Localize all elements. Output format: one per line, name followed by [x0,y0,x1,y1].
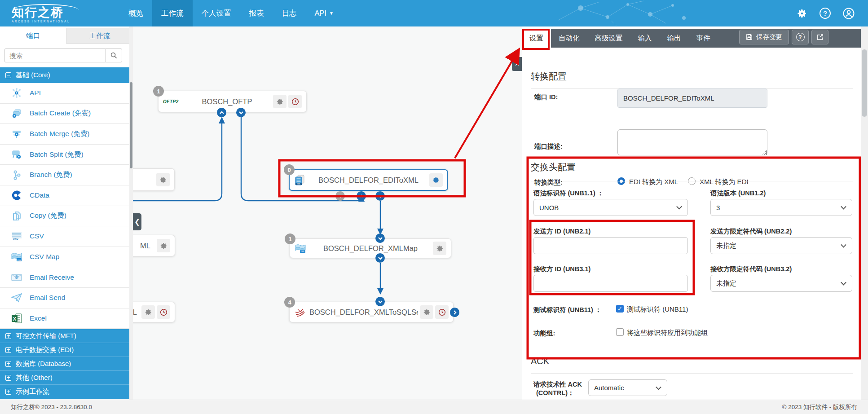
tab-output[interactable]: 输出 [660,29,689,48]
search-button[interactable] [106,48,122,62]
section-header-mft[interactable]: 可控文件传输 (MFT) [0,329,133,343]
node-settings-button[interactable] [157,239,170,252]
section-header-other[interactable]: 其他 (Other) [0,371,133,385]
sender-id-field[interactable] [533,237,688,254]
expand-plus-icon [5,361,11,367]
section-header-core[interactable]: 基础 (Core) [0,67,133,83]
workflow-canvas[interactable]: ML ML OFTP2 BOSCH_OFTP 1 [133,26,522,400]
ack-request-select[interactable]: Automatic [588,379,667,396]
port-item-api[interactable]: API [0,83,129,104]
node-settings-button[interactable] [141,305,155,319]
radio-edi-to-xml-label[interactable]: EDI 转换为 XML [629,178,678,186]
external-link-icon [817,34,824,40]
help-icon[interactable]: ? [820,8,831,19]
syntax-ver-select[interactable]: 3 [710,199,852,216]
panel-close-button[interactable]: ✕ [512,57,522,71]
node-settings-button[interactable] [433,242,446,255]
port-item-batch-merge[interactable]: Batch Merge (免费) [0,124,129,145]
tab-settings[interactable]: 设置 [522,29,551,48]
workflow-node-bosch-delfor-xmltosqlserver[interactable]: BOSCH_DELFOR_XMLToSQLServer [289,302,454,322]
tab-events[interactable]: 事件 [689,29,718,48]
node-schedule-button[interactable] [157,305,170,319]
sidebar-scrollbar-thumb[interactable] [130,82,132,168]
search-input[interactable] [4,48,106,62]
sender-qual-select[interactable]: 未指定 [710,237,852,254]
port-item-email-receive[interactable]: @ Email Receive [0,267,129,288]
nav-item-reports[interactable]: 报表 [240,0,273,26]
sidebar-tab-workflows[interactable]: 工作流 [66,28,133,44]
node-settings-button[interactable] [420,305,433,319]
connector-down[interactable] [236,108,246,117]
port-item-cdata[interactable]: CData [0,185,129,206]
workflow-node-partial-bottom[interactable]: ML [133,302,175,322]
nav-item-overview[interactable]: 概览 [119,0,152,26]
node-schedule-button[interactable] [288,95,302,108]
port-item-batch-create[interactable]: Batch Create (免费) [0,104,129,124]
cdata-logo-icon [11,189,22,201]
email-send-icon [11,292,22,304]
node-settings-button[interactable] [273,95,286,108]
open-external-button[interactable] [811,30,828,44]
sidebar-collapse-button[interactable]: ❮ [133,213,141,230]
syntax-ver-label: 语法版本 (UNB1.2) [710,189,766,198]
nav-item-api[interactable]: API▼ [306,0,343,26]
port-item-copy[interactable]: Copy (免费) [0,206,129,227]
panel-scrollbar-thumb[interactable] [862,49,867,117]
node-count-badge: 1 [153,86,164,97]
tab-automation[interactable]: 自动化 [551,29,587,48]
section-heading-convert: 转换配置 [531,70,567,83]
port-id-field[interactable] [617,88,767,108]
node-settings-button[interactable] [156,173,170,186]
workflow-node-partial-top[interactable] [133,168,175,191]
workflow-node-bosch-oftp[interactable]: OFTP2 BOSCH_OFTP [158,91,307,112]
port-item-csv[interactable]: .csv CSV [0,226,129,247]
port-search [4,48,122,62]
node-title: BOSCH_DELFOR_XMLMap [310,244,431,253]
sql-server-icon [294,306,309,318]
workflow-node-bosch-delfor-editoxml[interactable]: XML BOSCH_DELFOR_EDIToXML [289,169,448,191]
connector-up[interactable] [357,191,366,201]
functional-group-checkbox[interactable] [616,328,624,336]
sidebar-tab-ports[interactable]: 端口 [0,28,66,44]
connector-down[interactable] [375,253,385,263]
port-desc-field[interactable] [617,129,767,155]
node-schedule-button[interactable] [435,305,449,319]
nav-item-profile[interactable]: 个人设置 [193,0,240,26]
connector-down[interactable] [375,191,385,201]
receiver-qual-label: 接收方限定符代码 (UNB3.2) [710,265,792,273]
app-logo[interactable]: 知行之桥 ARCESB INTERNATIONAL [12,4,79,23]
workflow-node-bosch-delfor-xmlmap[interactable]: XML BOSCH_DELFOR_XMLMap [290,238,451,258]
textarea-resize-grip[interactable] [762,150,767,155]
section-header-edi[interactable]: 电子数据交换 (EDI) [0,343,133,357]
save-changes-button[interactable]: 保存变更 [739,30,789,44]
nav-item-logs[interactable]: 日志 [273,0,306,26]
panel-help-button[interactable]: ? [792,30,809,44]
connector-up[interactable] [217,108,226,117]
workflow-node-partial-mid[interactable]: ML [133,235,175,256]
connector-in[interactable] [375,233,385,243]
user-account-icon[interactable] [842,7,855,19]
functional-group-checkbox-label[interactable]: 将这些标识符应用到功能组 [627,329,708,337]
port-item-excel[interactable]: X Excel [0,308,129,329]
port-item-batch-split[interactable]: Batch Split (免费) [0,145,129,165]
section-header-samples[interactable]: 示例工作流 [0,385,133,399]
connector-next[interactable] [450,308,459,317]
section-heading-header2: 交换头配置 [531,161,576,173]
tab-advanced[interactable]: 高级设置 [587,29,630,48]
port-item-branch[interactable]: Branch (免费) [0,165,129,185]
port-item-email-send[interactable]: Email Send [0,288,129,308]
port-item-csv-map[interactable]: csv CSV Map [0,247,129,268]
receiver-qual-select[interactable]: 未指定 [710,275,852,292]
section-header-database[interactable]: 数据库 (Database) [0,357,133,371]
syntax-id-select[interactable]: UNOB [533,199,688,216]
test-indicator-checkbox-label[interactable]: 测试标识符 (UNB11) [627,305,688,314]
node-settings-button[interactable] [429,173,443,187]
tab-input[interactable]: 输入 [630,29,660,48]
connector-down-disabled[interactable] [335,191,345,201]
connector-in[interactable] [375,297,385,306]
receiver-id-field[interactable] [533,275,688,292]
radio-xml-to-edi-label[interactable]: XML 转换为 EDI [700,178,749,186]
settings-gear-icon[interactable] [796,7,808,19]
nav-item-workflows[interactable]: 工作流 [152,0,193,26]
test-indicator-checkbox[interactable]: ✓ [616,305,624,313]
